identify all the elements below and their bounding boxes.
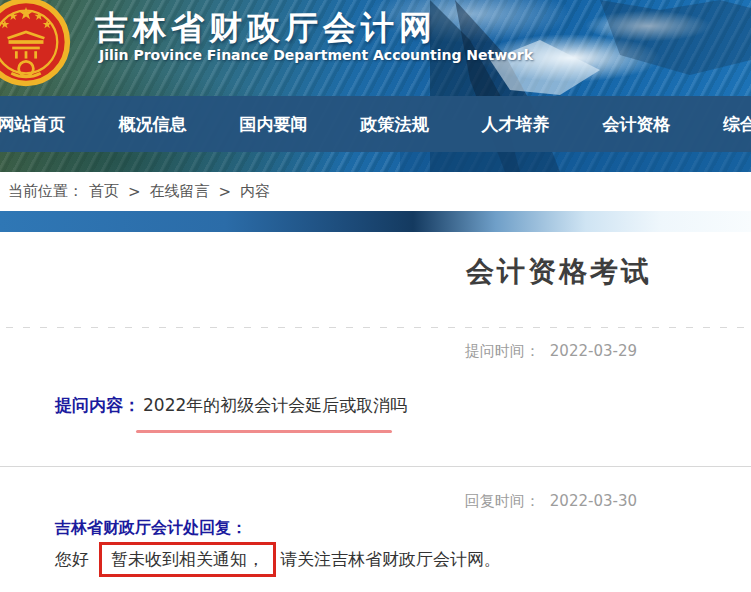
breadcrumb-item-content: 内容 xyxy=(240,182,270,201)
nav-item-overview[interactable]: 概况信息 xyxy=(92,113,213,136)
nav-item-talent-training[interactable]: 人才培养 xyxy=(455,113,576,136)
china-national-emblem-icon xyxy=(0,0,72,88)
reply-author-label: 吉林省财政厅会计处回复： xyxy=(55,518,247,539)
site-title: 吉林省财政厅会计网 xyxy=(95,6,437,51)
nav-item-comprehensive[interactable]: 综合 xyxy=(697,113,751,136)
site-subtitle: Jilin Province Finance Department Accoun… xyxy=(99,47,533,63)
breadcrumb-separator-icon: > xyxy=(128,183,141,201)
reply-text-row: 您好 暂未收到相关通知， 请关注吉林省财政厅会计网。 xyxy=(55,542,501,577)
breadcrumb-item-home[interactable]: 首页 xyxy=(89,182,119,201)
breadcrumb-item-online-message[interactable]: 在线留言 xyxy=(150,182,210,201)
breadcrumb-label: 当前位置： xyxy=(8,182,83,201)
reply-time-value: 2022-03-30 xyxy=(550,492,637,510)
question-time-label: 提问时间： xyxy=(465,342,540,360)
decorative-gradient-strip xyxy=(0,211,751,232)
reply-suffix-text: 请关注吉林省财政厅会计网。 xyxy=(280,548,501,571)
main-nav: 网站首页 概况信息 国内要闻 政策法规 人才培养 会计资格 综合 xyxy=(0,96,751,152)
nav-item-home[interactable]: 网站首页 xyxy=(0,113,92,136)
nav-item-policies[interactable]: 政策法规 xyxy=(334,113,455,136)
question-time-value: 2022-03-29 xyxy=(550,342,637,360)
reply-highlighted-box: 暂未收到相关通知， xyxy=(99,542,276,577)
question-content-label: 提问内容： xyxy=(55,395,140,415)
page-title: 会计资格考试 xyxy=(466,253,652,291)
question-row: 提问内容：2022年的初级会计会延后或取消吗 xyxy=(55,394,407,417)
nav-item-accounting-qualification[interactable]: 会计资格 xyxy=(576,113,697,136)
breadcrumb-separator-icon: > xyxy=(219,183,232,201)
nav-item-domestic-news[interactable]: 国内要闻 xyxy=(213,113,334,136)
section-divider xyxy=(0,466,751,467)
question-underline-highlight xyxy=(136,430,392,433)
question-text: 2022年的初级会计会延后或取消吗 xyxy=(143,395,407,415)
dashed-divider xyxy=(6,327,745,328)
reply-time: 回复时间：2022-03-30 xyxy=(465,492,637,511)
breadcrumb: 当前位置： 首页 > 在线留言 > 内容 xyxy=(0,172,751,211)
reply-prefix-text: 您好 xyxy=(55,548,89,571)
reply-time-label: 回复时间： xyxy=(465,492,540,510)
question-time: 提问时间：2022-03-29 xyxy=(465,342,637,361)
